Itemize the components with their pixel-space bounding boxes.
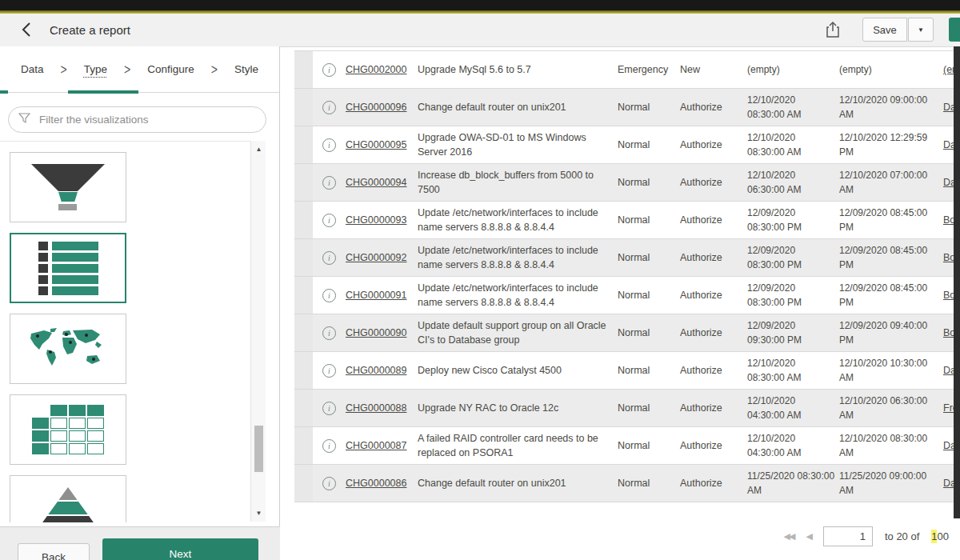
step-configure[interactable]: Configure (147, 63, 194, 75)
scrollbar-thumb[interactable] (254, 426, 263, 472)
short-description: Upgrade MySql 5.6 to 5.7 (418, 62, 618, 77)
record-number-link[interactable]: CHG0000086 (346, 478, 418, 489)
record-number-link[interactable]: CHG0000095 (346, 139, 418, 150)
info-icon[interactable]: i (322, 101, 336, 114)
record-number-link[interactable]: CHG0000092 (346, 252, 418, 263)
assigned-link[interactable]: Bow (943, 327, 954, 338)
opened-cell: (empty) (747, 62, 839, 77)
row-gutter (294, 164, 313, 201)
priority-cell: Normal (618, 440, 680, 451)
assigned-link[interactable]: Bow (943, 214, 954, 226)
step-type[interactable]: Type (84, 63, 107, 75)
first-page-icon[interactable]: ◀◀ (784, 531, 794, 542)
viz-world-map[interactable] (10, 314, 126, 384)
priority-cell: Normal (618, 139, 680, 150)
filter-funnel-icon (18, 112, 30, 127)
record-number-link[interactable]: CHG0000096 (346, 102, 418, 113)
page-title: Create a report (50, 23, 130, 37)
state-cell: Authorize (680, 327, 747, 338)
pagination-range-label: to 20 of (885, 530, 919, 542)
record-number-link[interactable]: CHG0000093 (346, 214, 418, 226)
info-icon[interactable]: i (322, 289, 336, 302)
assigned-link[interactable]: (empty) (943, 64, 954, 75)
priority-cell: Normal (618, 327, 680, 338)
scroll-up-icon[interactable]: ▲ (251, 146, 266, 153)
table-row: i CHG0000087 A failed RAID controller ca… (294, 427, 954, 465)
viz-heatmap-table[interactable] (10, 394, 126, 465)
active-step-indicator-edge (0, 90, 8, 94)
info-icon[interactable]: i (322, 176, 336, 190)
viz-list-bars[interactable] (10, 233, 126, 303)
assigned-link[interactable]: Bow (943, 290, 954, 301)
save-button[interactable]: Save (862, 18, 907, 42)
assigned-link[interactable]: Fre (943, 402, 954, 414)
closed-cell: 12/10/2020 08:30:00 AM (839, 431, 943, 460)
viz-pyramid-chart[interactable] (10, 475, 126, 522)
primary-button-cutoff[interactable] (949, 18, 960, 42)
record-number-link[interactable]: CHG0000094 (346, 177, 418, 188)
back-icon[interactable] (16, 20, 37, 41)
row-gutter (294, 277, 313, 314)
info-icon[interactable]: i (322, 138, 336, 152)
share-icon[interactable] (822, 20, 843, 41)
opened-cell: 12/10/2020 08:30:00 AM (747, 130, 839, 159)
info-icon[interactable]: i (322, 402, 336, 415)
stepper: Data > Type > Configure > Style (0, 46, 279, 93)
next-button[interactable]: Next (102, 538, 258, 560)
step-style[interactable]: Style (234, 63, 258, 75)
row-gutter (294, 352, 313, 389)
short-description: Upgrade NY RAC to Oracle 12c (418, 401, 618, 415)
save-dropdown-button[interactable]: ▼ (908, 18, 934, 42)
table-row: i CHG0000089 Deploy new Cisco Catalyst 4… (294, 352, 954, 390)
assigned-link[interactable]: Dav (943, 177, 954, 188)
info-icon[interactable]: i (322, 251, 336, 265)
panel-scrollbar[interactable]: ▲ ▼ (250, 141, 266, 522)
filter-input[interactable] (38, 113, 256, 126)
filter-field (8, 106, 266, 133)
info-icon[interactable]: i (322, 214, 336, 227)
record-number-link[interactable]: CHG0000091 (346, 290, 418, 301)
assigned-link[interactable]: Dav (943, 478, 954, 489)
step-data[interactable]: Data (21, 63, 44, 75)
pagination-total: 100 (931, 530, 949, 543)
row-gutter (294, 390, 313, 426)
opened-cell: 12/09/2020 09:30:00 PM (747, 318, 839, 347)
visualization-list (0, 141, 250, 522)
page-number-input[interactable] (823, 526, 873, 546)
state-cell: New (680, 64, 747, 75)
info-icon[interactable]: i (322, 364, 336, 378)
info-icon[interactable]: i (322, 477, 336, 490)
state-cell: Authorize (680, 177, 747, 188)
scroll-down-icon[interactable]: ▼ (251, 510, 266, 517)
back-button[interactable]: Back (18, 543, 90, 560)
closed-cell: 12/09/2020 09:40:00 PM (839, 318, 943, 347)
state-cell: Authorize (680, 290, 747, 301)
table-row: i CHG0000090 Update default support grou… (294, 314, 954, 352)
assigned-link[interactable]: Dav (943, 365, 954, 376)
assigned-link[interactable]: Dav (943, 440, 954, 451)
report-designer-panel: Data > Type > Configure > Style (0, 46, 280, 560)
assigned-link[interactable]: Dav (943, 139, 954, 150)
opened-cell: 12/09/2020 08:30:00 PM (747, 281, 839, 310)
row-gutter (294, 427, 313, 464)
record-number-link[interactable]: CHG0000090 (346, 327, 418, 338)
prev-page-icon[interactable]: ◀ (806, 531, 810, 542)
assigned-link[interactable]: Bow (943, 252, 954, 263)
funnel-mid (31, 192, 105, 202)
info-icon[interactable]: i (322, 63, 336, 77)
short-description: Update /etc/network/interfaces to includ… (418, 243, 618, 272)
info-icon[interactable]: i (322, 439, 336, 453)
record-number-link[interactable]: CHG0000088 (346, 402, 418, 414)
info-icon[interactable]: i (322, 326, 336, 340)
assigned-link[interactable]: Dav (943, 102, 954, 113)
table-row: i CHG0000093 Update /etc/network/interfa… (294, 202, 954, 239)
record-number-link[interactable]: CHG0000089 (346, 365, 418, 376)
short-description: Update /etc/network/interfaces to includ… (418, 206, 618, 234)
pyramid-graphic (34, 487, 102, 522)
viz-funnel-chart[interactable] (10, 152, 126, 222)
record-number-link[interactable]: CHG0002000 (346, 64, 418, 75)
closed-cell: 12/10/2020 06:30:00 AM (839, 394, 943, 422)
row-gutter (294, 465, 313, 502)
record-number-link[interactable]: CHG0000087 (346, 440, 418, 451)
opened-cell: 12/10/2020 08:30:00 AM (747, 93, 839, 122)
